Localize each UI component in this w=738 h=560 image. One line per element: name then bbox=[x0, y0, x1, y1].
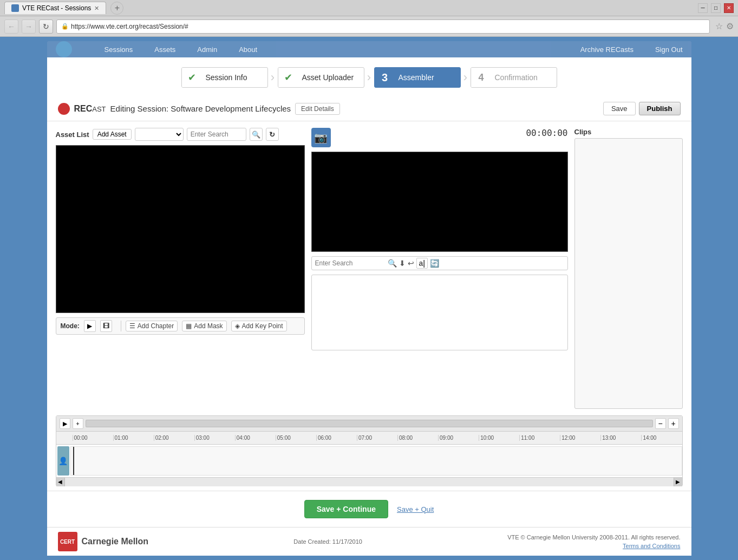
ruler-mark-12: 12:00 bbox=[560, 435, 600, 441]
ruler-mark-0: 00:00 bbox=[73, 435, 113, 441]
timeline-container: ▶ + − + 00:00 01:00 02:00 03:00 bbox=[56, 415, 683, 486]
browser-tab[interactable]: VTE RECast - Sessions ✕ bbox=[4, 2, 106, 14]
nav-sessions[interactable]: Sessions bbox=[105, 45, 133, 54]
timeline-add-button[interactable]: + bbox=[73, 418, 83, 429]
close-window-button[interactable]: ✕ bbox=[724, 3, 734, 13]
browser-titlebar: VTE RECast - Sessions ✕ + ─ □ ✕ bbox=[0, 0, 738, 16]
transcript-text-button[interactable]: a| bbox=[416, 258, 428, 269]
asset-search-button[interactable]: 🔍 bbox=[250, 128, 263, 141]
transcript-undo-button[interactable]: ↩ bbox=[408, 259, 414, 268]
nav-admin[interactable]: Admin bbox=[197, 45, 217, 54]
track-area[interactable] bbox=[70, 446, 682, 476]
settings-wrench-icon[interactable]: ⚙ bbox=[726, 21, 734, 31]
save-continue-button[interactable]: Save + Continue bbox=[304, 500, 388, 518]
film-mode-button[interactable]: 🎞 bbox=[100, 320, 112, 332]
nav-about[interactable]: About bbox=[239, 45, 257, 54]
tab-close-button[interactable]: ✕ bbox=[94, 5, 99, 12]
tab-title: VTE RECast - Sessions bbox=[22, 4, 91, 12]
forward-button[interactable]: → bbox=[22, 19, 36, 34]
page-content: Sessions Assets Admin About Archive RECa… bbox=[47, 41, 691, 556]
timeline-section: ▶ + − + 00:00 01:00 02:00 03:00 bbox=[47, 415, 691, 491]
app-topnav: Sessions Assets Admin About Archive RECa… bbox=[47, 41, 691, 57]
wizard-step-asset-uploader[interactable]: ✔ Asset Uploader bbox=[278, 67, 364, 88]
reload-button[interactable]: ↻ bbox=[39, 19, 53, 34]
nav-assets[interactable]: Assets bbox=[154, 45, 175, 54]
clips-area bbox=[574, 138, 683, 409]
add-chapter-button[interactable]: ☰ Add Chapter bbox=[126, 321, 178, 331]
asset-search-input[interactable] bbox=[187, 128, 246, 141]
new-tab-button[interactable]: + bbox=[110, 2, 123, 15]
ssl-lock-icon: 🔒 bbox=[61, 23, 69, 30]
recast-brand: RECAST bbox=[74, 104, 106, 114]
camera-icon: 📷 bbox=[311, 128, 331, 147]
timeline-scrollbar[interactable] bbox=[86, 420, 653, 427]
right-panel-top: 📷 00:00:00 bbox=[311, 128, 568, 147]
terms-link[interactable]: Terms and Conditions bbox=[623, 543, 680, 549]
transcript-down-button[interactable]: ⬇ bbox=[399, 259, 406, 268]
save-quit-link[interactable]: Save + Quit bbox=[397, 505, 434, 513]
nav-archive-recasts[interactable]: Archive RECasts bbox=[580, 45, 633, 54]
header-actions: Save Publish bbox=[603, 102, 681, 115]
asset-list-header: Asset List Add Asset 🔍 ↻ bbox=[56, 128, 305, 141]
step-arrow-3: › bbox=[461, 67, 471, 88]
chapter-icon: ☰ bbox=[129, 322, 135, 330]
add-asset-button[interactable]: Add Asset bbox=[93, 129, 132, 140]
track-thumbnail: 👤 bbox=[57, 446, 69, 476]
step-arrow-1: › bbox=[268, 67, 278, 88]
mask-icon: ▦ bbox=[186, 322, 192, 330]
step-arrow-2: › bbox=[364, 67, 374, 88]
maximize-button[interactable]: □ bbox=[711, 3, 721, 13]
add-mask-button[interactable]: ▦ Add Mask bbox=[182, 321, 226, 331]
footer-copyright: VTE © Carnegie Mellon University 2008-20… bbox=[507, 534, 680, 541]
left-panel: Asset List Add Asset 🔍 ↻ Mode: bbox=[56, 128, 305, 409]
play-mode-button[interactable]: ▶ bbox=[84, 320, 96, 332]
clips-label: Clips bbox=[574, 128, 683, 136]
footer: CERT Carnegie Mellon Date Created: 11/17… bbox=[47, 527, 691, 556]
add-keypoint-button[interactable]: ◈ Add Key Point bbox=[231, 321, 287, 331]
ruler-mark-2: 02:00 bbox=[154, 435, 194, 441]
clips-panel: Clips bbox=[574, 128, 683, 409]
timeline-track: 👤 bbox=[56, 445, 682, 477]
step2-check-icon: ✔ bbox=[278, 67, 299, 88]
ruler-mark-13: 13:00 bbox=[600, 435, 641, 441]
step4-label: Confirmation bbox=[492, 73, 545, 82]
timeline-zoom-plus[interactable]: + bbox=[668, 418, 679, 429]
time-display: 00:00:00 bbox=[526, 128, 567, 138]
track-thumb-area: 👤 bbox=[56, 445, 70, 477]
back-button[interactable]: ← bbox=[4, 19, 18, 34]
ruler-mark-6: 06:00 bbox=[316, 435, 357, 441]
cert-logo: CERT bbox=[58, 532, 77, 551]
transcript-text-area[interactable] bbox=[311, 275, 568, 350]
page-area: Sessions Assets Admin About Archive RECa… bbox=[0, 37, 738, 560]
timeline-controls: ▶ + − + bbox=[56, 416, 682, 432]
wizard-step-session-info[interactable]: ✔ Session Info bbox=[181, 67, 268, 88]
timeline-scroll-track[interactable] bbox=[65, 478, 674, 486]
ruler-mark-8: 08:00 bbox=[397, 435, 438, 441]
tab-favicon bbox=[11, 4, 19, 12]
wizard-step-assembler[interactable]: 3 Assembler bbox=[374, 67, 461, 88]
ruler-mark-3: 03:00 bbox=[194, 435, 235, 441]
edit-details-button[interactable]: Edit Details bbox=[295, 103, 340, 115]
timeline-scroll-right-button[interactable]: ▶ bbox=[674, 478, 682, 486]
save-button[interactable]: Save bbox=[603, 102, 636, 115]
right-video-player bbox=[311, 152, 568, 252]
ruler-mark-10: 10:00 bbox=[479, 435, 519, 441]
ruler-mark-7: 07:00 bbox=[357, 435, 397, 441]
minimize-button[interactable]: ─ bbox=[698, 3, 708, 13]
transcript-refresh-button[interactable]: 🔄 bbox=[430, 259, 439, 268]
transcript-search-input[interactable] bbox=[315, 259, 386, 267]
asset-type-dropdown[interactable] bbox=[135, 128, 184, 141]
timeline-scroll-left-button[interactable]: ◀ bbox=[56, 478, 65, 486]
url-text: https://www.vte.cert.org/recast/Session/… bbox=[71, 23, 188, 30]
timeline-zoom-minus[interactable]: − bbox=[655, 418, 666, 429]
session-header: RECAST Editing Session: Software Develop… bbox=[47, 96, 691, 121]
timeline-play-button[interactable]: ▶ bbox=[60, 418, 70, 429]
wizard-step-confirmation[interactable]: 4 Confirmation bbox=[471, 67, 557, 88]
nav-sign-out[interactable]: Sign Out bbox=[655, 45, 683, 54]
address-bar[interactable]: 🔒 https://www.vte.cert.org/recast/Sessio… bbox=[56, 19, 710, 34]
asset-refresh-button[interactable]: ↻ bbox=[266, 128, 279, 141]
session-title-text: Editing Session: Software Development Li… bbox=[110, 104, 291, 113]
transcript-search-button[interactable]: 🔍 bbox=[388, 259, 397, 268]
bookmark-star-icon[interactable]: ☆ bbox=[715, 21, 723, 31]
publish-button[interactable]: Publish bbox=[639, 102, 681, 115]
